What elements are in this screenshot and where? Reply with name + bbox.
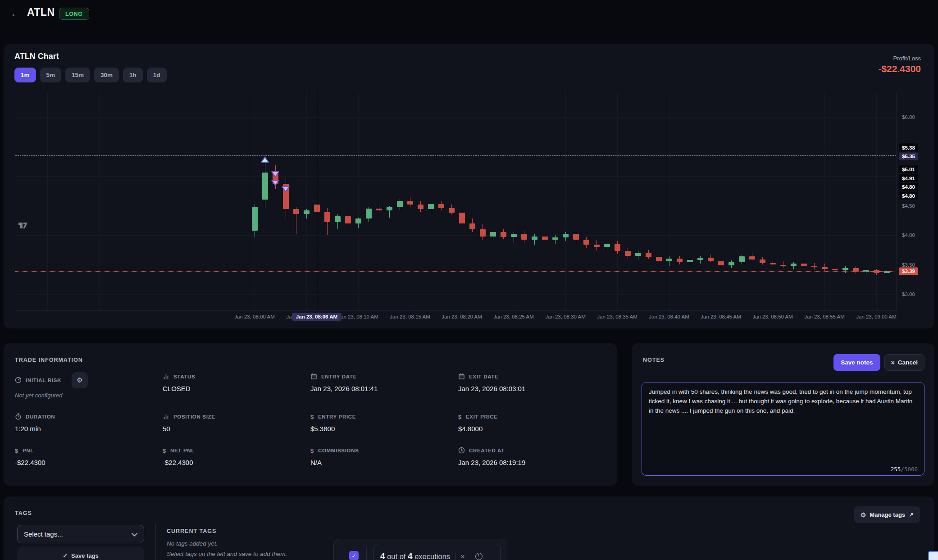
candle xyxy=(625,251,631,255)
trade-info-label: EXIT DATE xyxy=(458,372,606,381)
manage-tags-button[interactable]: ⚙ Manage tags ↗ xyxy=(854,506,920,523)
chart-plot[interactable] xyxy=(15,92,897,311)
last-price-line xyxy=(15,271,896,272)
trade-info-label: ENTRY DATE xyxy=(310,372,458,381)
execution-price-badge: $5.38 xyxy=(899,144,918,151)
notes-card: NOTES Save notes × Cancel Jumped in with… xyxy=(632,343,934,486)
timeframe-button-1h[interactable]: 1h xyxy=(123,68,143,82)
chevron-down-icon xyxy=(132,530,137,538)
candle xyxy=(304,210,310,214)
trade-information-title: TRADE INFORMATION xyxy=(15,357,83,363)
gridline xyxy=(514,92,514,310)
check-icon: ✓ xyxy=(63,552,68,559)
gridline xyxy=(99,92,100,310)
dollar-icon: $ xyxy=(310,414,314,420)
candle xyxy=(677,259,683,262)
candle xyxy=(490,232,496,236)
time-axis[interactable]: Jan 23, 08:00 AMJan 23, 08:05 AMJan 23, … xyxy=(15,312,897,324)
price-tick: $6.00 xyxy=(902,114,915,120)
candle xyxy=(542,237,548,240)
tags-card: TAGS ⚙ Manage tags ↗ Select tags... ✓ Sa… xyxy=(4,496,934,560)
candle xyxy=(770,263,776,265)
trade-info-label-text: STATUS xyxy=(173,374,195,379)
candle xyxy=(594,245,600,247)
crosshair-price-badge: $5.35 xyxy=(899,152,918,160)
dollar-icon: $ xyxy=(15,447,18,454)
price-tick: $3.50 xyxy=(902,262,915,268)
divider xyxy=(470,553,470,560)
trade-info-field: DURATION1:20 min xyxy=(15,412,163,433)
crosshair-horizontal-line xyxy=(15,155,896,156)
trade-info-value: $4.8000 xyxy=(458,425,606,433)
timeframe-button-1d[interactable]: 1d xyxy=(147,68,167,82)
calendar-icon xyxy=(458,373,465,381)
profit-loss-value: -$22.4300 xyxy=(878,64,921,74)
time-tick: Jan 23, 08:15 AM xyxy=(390,314,430,319)
time-tick: Jan 23, 08:25 AM xyxy=(493,314,534,319)
divider xyxy=(455,553,455,560)
save-notes-button[interactable]: Save notes xyxy=(833,354,880,371)
tradingview-logo-icon[interactable] xyxy=(18,222,28,231)
candle xyxy=(563,234,569,237)
candle xyxy=(760,260,765,263)
candle-wick xyxy=(669,256,669,266)
clock-icon xyxy=(458,447,465,455)
timeframe-button-1m[interactable]: 1m xyxy=(14,68,36,82)
price-tick: $4.00 xyxy=(902,232,915,238)
external-link-icon: ↗ xyxy=(909,511,914,518)
executions-checkbox[interactable]: ✓ xyxy=(349,551,359,560)
profit-loss-label: Profit/Loss xyxy=(893,55,921,62)
trade-info-field: CREATED ATJan 23, 2026 08:19:19 xyxy=(458,446,606,466)
tags-title: TAGS xyxy=(15,510,32,516)
price-tick: $3.00 xyxy=(902,291,915,297)
notes-textarea[interactable]: Jumped in with 50 shares, thinking the n… xyxy=(642,382,924,475)
calendar-icon xyxy=(310,373,317,381)
trade-info-field: $PNL-$22.4300 xyxy=(15,446,163,466)
trade-info-label-text: COMMISSIONS xyxy=(318,448,359,453)
candle xyxy=(511,234,517,237)
gridline xyxy=(773,92,773,310)
candle xyxy=(459,213,465,223)
executions-summary: 4 out of 4 executions × xyxy=(373,544,501,560)
page-title: ATLN xyxy=(27,6,55,18)
trade-info-label: $PNL xyxy=(15,446,163,455)
candle xyxy=(708,258,714,261)
candle xyxy=(376,209,382,210)
time-tick: Jan 23, 08:45 AM xyxy=(701,314,741,319)
timeframe-button-15m[interactable]: 15m xyxy=(65,68,90,82)
save-tags-button[interactable]: ✓ Save tags xyxy=(17,546,144,560)
gridline xyxy=(824,92,825,310)
close-icon[interactable]: × xyxy=(460,553,465,560)
clock-icon[interactable] xyxy=(475,553,483,560)
trade-info-label-text: ENTRY PRICE xyxy=(318,414,356,419)
candle xyxy=(801,264,807,266)
time-tick: Jan 23, 08:35 AM xyxy=(597,314,637,319)
sell-marker-icon xyxy=(281,186,290,194)
gridline xyxy=(617,92,618,310)
corner-widget[interactable] xyxy=(928,551,938,560)
candle xyxy=(407,201,413,205)
gridline xyxy=(15,117,896,118)
trade-info-value: N/A xyxy=(310,459,458,466)
trade-info-label: $COMMISSIONS xyxy=(310,446,458,455)
initial-risk-settings-button[interactable]: ⚙ xyxy=(72,372,88,388)
candle xyxy=(345,216,351,223)
cancel-notes-button[interactable]: × Cancel xyxy=(884,354,924,371)
select-tags-dropdown[interactable]: Select tags... xyxy=(17,525,144,543)
back-button[interactable]: ← xyxy=(7,6,23,22)
trade-info-value: Jan 23, 2026 08:03:01 xyxy=(458,385,606,392)
candle xyxy=(635,253,641,256)
price-axis[interactable]: $6.00$4.50$4.00$3.50$3.00$5.38$5.35$5.01… xyxy=(897,92,934,311)
trade-info-label-text: EXIT DATE xyxy=(469,374,498,379)
trade-information-grid: INITIAL RISK⚙Not yet configuredSTATUSCLO… xyxy=(15,372,606,466)
timeframe-button-30m[interactable]: 30m xyxy=(94,68,119,82)
gridline xyxy=(15,206,896,206)
time-tick: Jan 23, 08:10 AM xyxy=(338,314,378,319)
trade-info-value: CLOSED xyxy=(163,385,310,392)
trade-info-label: POSITION SIZE xyxy=(163,412,310,421)
timeframe-button-5m[interactable]: 5m xyxy=(40,68,62,82)
candle xyxy=(739,256,745,262)
executions-panel: ✓ 4 out of 4 executions × xyxy=(333,539,507,560)
gridline xyxy=(15,147,896,147)
trade-info-value: Jan 23, 2026 08:19:19 xyxy=(458,459,606,466)
